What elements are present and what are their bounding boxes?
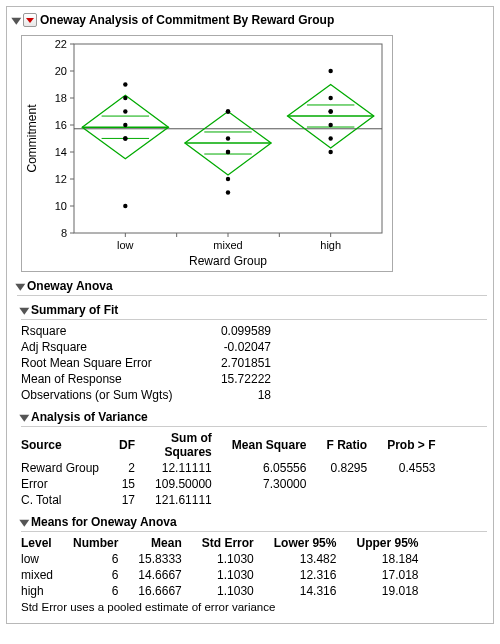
report-outline: Oneway Analysis of Commitment By Reward …	[6, 6, 494, 624]
svg-point-37	[123, 96, 127, 100]
svg-point-43	[226, 190, 230, 194]
svg-text:high: high	[320, 239, 341, 251]
summary-of-fit-header[interactable]: Summary of Fit	[21, 302, 487, 320]
disclosure-icon[interactable]	[15, 284, 25, 291]
table-row: low615.83331.103013.48218.184	[21, 551, 429, 567]
oneway-plot[interactable]: 810121416182022CommitmentlowmixedhighRew…	[21, 35, 393, 272]
table-row: Reward Group212.111116.055560.82950.4553	[21, 460, 446, 476]
table-row: Mean of Response15.72222	[21, 371, 281, 387]
table-row: Adj Rsquare-0.02047	[21, 339, 281, 355]
svg-text:mixed: mixed	[213, 239, 242, 251]
svg-point-55	[328, 136, 332, 140]
svg-text:16: 16	[55, 119, 67, 131]
summary-of-fit-section: Summary of Fit Rsquare0.099589Adj Rsquar…	[21, 302, 487, 403]
means-note: Std Error uses a pooled estimate of erro…	[21, 601, 487, 613]
svg-text:Commitment: Commitment	[25, 104, 39, 173]
svg-text:10: 10	[55, 200, 67, 212]
analysis-of-variance-table: SourceDFSum ofMean SquareF RatioProb > F…	[21, 430, 446, 508]
report-title-bar[interactable]: Oneway Analysis of Commitment By Reward …	[13, 11, 487, 31]
hotspot-menu-icon[interactable]	[23, 13, 37, 27]
table-row: Error15109.500007.30000	[21, 476, 446, 492]
svg-point-49	[226, 109, 230, 113]
svg-text:12: 12	[55, 173, 67, 185]
svg-point-58	[328, 109, 332, 113]
svg-text:Reward Group: Reward Group	[189, 254, 267, 268]
disclosure-icon[interactable]	[19, 308, 29, 315]
svg-point-47	[226, 136, 230, 140]
oneway-anova-section: Oneway Anova Summary of Fit Rsquare0.099…	[17, 278, 487, 613]
table-row: high616.66671.103014.31619.018	[21, 583, 429, 599]
report-title: Oneway Analysis of Commitment By Reward …	[40, 13, 334, 27]
means-section: Means for Oneway Anova LevelNumberMeanSt…	[21, 514, 487, 613]
table-row: mixed614.66671.103012.31617.018	[21, 567, 429, 583]
svg-text:18: 18	[55, 92, 67, 104]
svg-point-32	[123, 204, 127, 208]
analysis-of-variance-section: Analysis of Variance SourceDFSum ofMean …	[21, 409, 487, 508]
table-row: Rsquare0.099589	[21, 323, 281, 339]
means-header[interactable]: Means for Oneway Anova	[21, 514, 487, 532]
table-row: Root Mean Square Error2.701851	[21, 355, 281, 371]
svg-text:20: 20	[55, 65, 67, 77]
svg-point-59	[328, 96, 332, 100]
disclosure-icon[interactable]	[19, 520, 29, 527]
svg-point-38	[123, 82, 127, 86]
svg-point-44	[226, 177, 230, 181]
svg-point-36	[123, 109, 127, 113]
svg-text:8: 8	[61, 227, 67, 239]
oneway-anova-header[interactable]: Oneway Anova	[17, 278, 487, 296]
svg-point-35	[123, 123, 127, 127]
table-row: Observations (or Sum Wgts)18	[21, 387, 281, 403]
svg-point-54	[328, 150, 332, 154]
svg-text:22: 22	[55, 38, 67, 50]
disclosure-icon[interactable]	[19, 415, 29, 422]
svg-point-60	[328, 69, 332, 73]
svg-point-46	[226, 150, 230, 154]
svg-text:low: low	[117, 239, 134, 251]
means-table: LevelNumberMeanStd ErrorLower 95%Upper 9…	[21, 535, 429, 599]
svg-text:14: 14	[55, 146, 67, 158]
svg-point-56	[328, 123, 332, 127]
analysis-of-variance-header[interactable]: Analysis of Variance	[21, 409, 487, 427]
table-row: C. Total17121.61111	[21, 492, 446, 508]
svg-point-34	[123, 136, 127, 140]
summary-of-fit-table: Rsquare0.099589Adj Rsquare-0.02047Root M…	[21, 323, 281, 403]
disclosure-icon[interactable]	[11, 18, 21, 25]
